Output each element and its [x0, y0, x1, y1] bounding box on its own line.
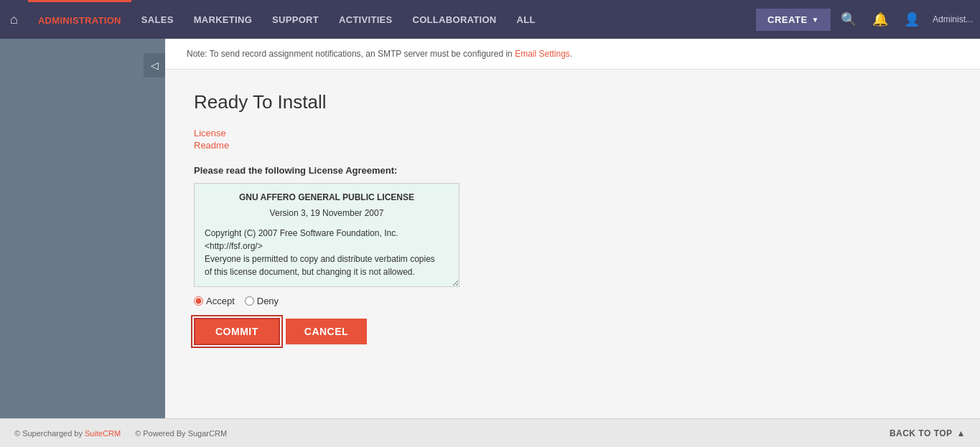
notifications-button[interactable]: 🔔 — [867, 9, 894, 30]
email-settings-link[interactable]: Email Settings — [515, 49, 570, 59]
nav-item-marketing[interactable]: MARKETING — [184, 0, 262, 39]
back-to-top-button[interactable]: BACK TO TOP ▲ — [890, 428, 966, 438]
sidebar: ◁ — [0, 39, 165, 418]
powered-text: © Powered By SugarCRM — [135, 429, 227, 438]
btn-group: COMMIT CANCEL — [194, 318, 951, 345]
nav-links: License Readme — [194, 128, 951, 151]
user-profile-button[interactable]: 👤 — [898, 9, 925, 30]
accept-radio[interactable] — [194, 296, 203, 306]
accept-label: Accept — [206, 296, 235, 306]
note-bar: Note: To send record assignment notifica… — [165, 39, 980, 70]
layout: ◁ Note: To send record assignment notifi… — [0, 39, 980, 418]
nav-items: ADMINISTRATION SALES MARKETING SUPPORT A… — [28, 0, 756, 39]
accept-radio-label[interactable]: Accept — [194, 296, 235, 306]
admin-label: Administ... — [930, 14, 973, 24]
bell-icon: 🔔 — [872, 12, 888, 27]
nav-item-activities[interactable]: ACTIVITIES — [329, 0, 403, 39]
nav-item-all[interactable]: ALL — [507, 0, 546, 39]
supercharged-text: © Supercharged by SuiteCRM — [14, 429, 121, 438]
home-button[interactable]: ⌂ — [0, 0, 28, 39]
navbar: ⌂ ADMINISTRATION SALES MARKETING SUPPORT… — [0, 0, 980, 39]
search-button[interactable]: 🔍 — [835, 9, 862, 30]
footer-left: © Supercharged by SuiteCRM © Powered By … — [14, 429, 890, 438]
license-title: GNU AFFERO GENERAL PUBLIC LICENSE — [205, 191, 449, 204]
note-text-end: . — [570, 49, 572, 59]
note-text: Note: To send record assignment notifica… — [187, 49, 515, 59]
nav-item-support[interactable]: SUPPORT — [262, 0, 329, 39]
nav-item-administration[interactable]: ADMINISTRATION — [28, 0, 131, 39]
deny-radio[interactable] — [245, 296, 254, 306]
user-icon: 👤 — [904, 12, 920, 27]
sidebar-toggle-icon: ◁ — [151, 60, 159, 71]
license-text-box[interactable]: GNU AFFERO GENERAL PUBLIC LICENSE Versio… — [194, 183, 459, 287]
deny-radio-label[interactable]: Deny — [245, 296, 279, 306]
commit-button[interactable]: COMMIT — [194, 318, 280, 345]
cancel-button[interactable]: CANCEL — [286, 319, 367, 344]
radio-group: Accept Deny — [194, 296, 951, 306]
home-icon: ⌂ — [10, 12, 18, 27]
arrow-up-icon: ▲ — [957, 428, 966, 438]
create-dropdown-arrow: ▼ — [812, 16, 819, 24]
nav-item-sales[interactable]: SALES — [131, 0, 184, 39]
suitecrm-link[interactable]: SuiteCRM — [85, 429, 121, 438]
license-version: Version 3, 19 November 2007 — [205, 207, 449, 220]
page-title: Ready To Install — [194, 91, 951, 113]
deny-label: Deny — [257, 296, 279, 306]
navbar-right: CREATE ▼ 🔍 🔔 👤 Administ... — [756, 9, 980, 31]
license-prompt: Please read the following License Agreem… — [194, 165, 951, 176]
search-icon: 🔍 — [841, 12, 857, 27]
sidebar-toggle-button[interactable]: ◁ — [144, 53, 165, 77]
main-content: Note: To send record assignment notifica… — [165, 39, 980, 418]
license-link[interactable]: License — [194, 128, 951, 138]
create-button[interactable]: CREATE ▼ — [756, 9, 831, 31]
license-body: Copyright (C) 2007 Free Software Foundat… — [205, 227, 449, 278]
readme-link[interactable]: Readme — [194, 140, 951, 151]
nav-item-collaboration[interactable]: COLLABORATION — [403, 0, 507, 39]
content-area: Ready To Install License Readme Please r… — [165, 70, 980, 418]
footer: © Supercharged by SuiteCRM © Powered By … — [0, 418, 980, 447]
